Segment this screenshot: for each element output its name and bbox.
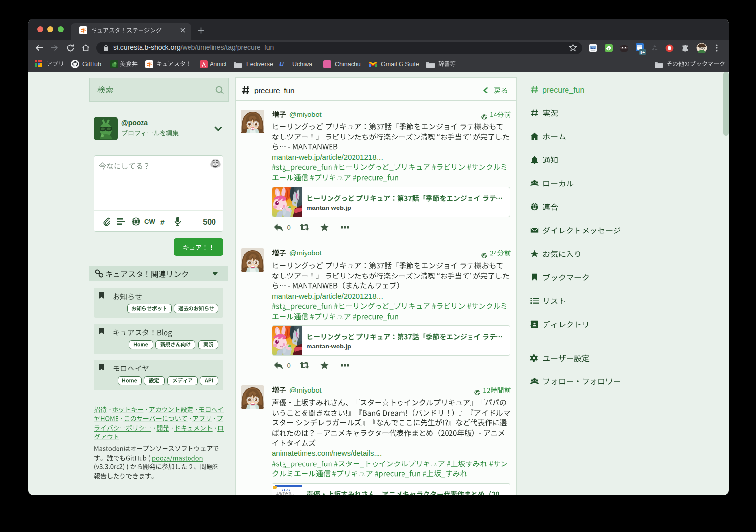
svg-text:9+: 9+ <box>640 50 645 55</box>
